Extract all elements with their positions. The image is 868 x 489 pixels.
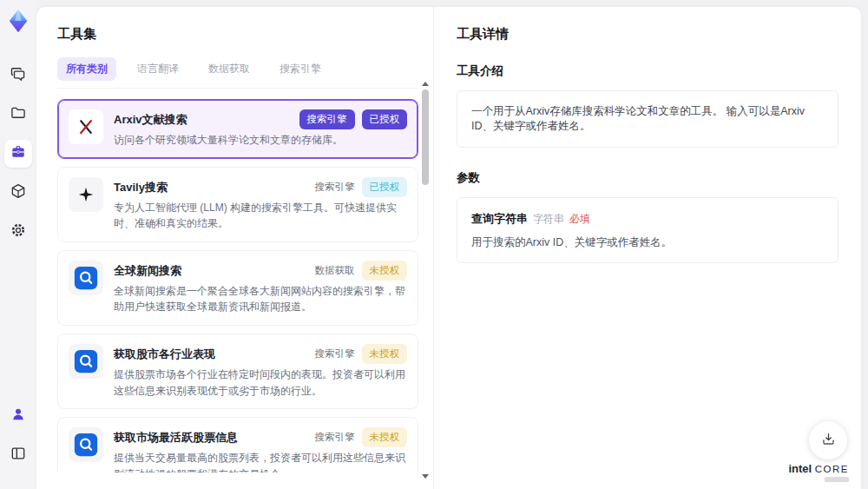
parameter-description: 用于搜索的Arxiv ID、关键字或作者姓名。	[471, 235, 824, 250]
params-heading: 参数	[457, 170, 838, 186]
news-search-icon	[69, 427, 103, 462]
download-icon	[820, 431, 837, 451]
download-button[interactable]	[809, 421, 847, 459]
tool-description: 专为人工智能代理 (LLM) 构建的搜索引擎工具。可快速提供实时、准确和真实的结…	[114, 200, 407, 232]
category-badge: 搜索引擎	[299, 109, 355, 129]
category-tab-3[interactable]: 搜索引擎	[271, 57, 330, 81]
sidebar-item-files[interactable]	[4, 101, 32, 129]
tool-card[interactable]: 全球新闻搜索 数据获取 未授权 全球新闻搜索是一个聚合全球各大新闻网站内容的搜索…	[57, 250, 418, 326]
category-badge: 搜索引擎	[315, 177, 355, 197]
parameter-name: 查询字符串	[471, 212, 528, 225]
sidebar-item-user[interactable]	[4, 402, 32, 430]
tool-title: Arxiv文献搜索	[114, 109, 293, 128]
settings-icon	[10, 221, 27, 242]
tool-description: 访问各个研究领域大量科学论文和文章的存储库。	[114, 132, 407, 149]
intro-heading: 工具介绍	[457, 63, 838, 79]
tool-list: Arxiv文献搜索 搜索引擎 已授权 访问各个研究领域大量科学论文和文章的存储库…	[57, 99, 418, 472]
parameter-item: 查询字符串字符串必填 用于搜索的Arxiv ID、关键字或作者姓名。	[457, 197, 838, 263]
tool-list-panel: 工具集 所有类别语言翻译数据获取搜索引擎 Arxiv文献搜索 搜索引擎 已授权 …	[36, 7, 434, 489]
auth-status-badge: 已授权	[362, 177, 408, 197]
brand-sub-mark	[825, 477, 849, 482]
sidebar-item-tools[interactable]	[4, 140, 32, 168]
app-logo-icon[interactable]	[5, 8, 31, 34]
tavily-icon	[69, 177, 103, 212]
tool-description: 提供当天交易量最高的股票列表，投资者可以利用这些信息来识别流动性强的股票和潜在的…	[114, 450, 407, 472]
news-search-icon	[69, 261, 103, 295]
app-rail	[0, 0, 36, 489]
scroll-down-icon[interactable]	[422, 474, 429, 479]
toolbox-icon	[10, 143, 27, 164]
tool-title: 全球新闻搜索	[114, 261, 308, 279]
intro-box: 一个用于从Arxiv存储库搜索科学论文和文章的工具。 输入可以是Arxiv ID…	[457, 90, 838, 148]
category-tab-2[interactable]: 数据获取	[200, 57, 259, 81]
tool-description: 提供股票市场各个行业在特定时间段内的表现。投资者可以利用这些信息来识别表现优于或…	[114, 367, 407, 399]
sidebar-item-chat[interactable]	[4, 62, 32, 89]
sidebar-item-packages[interactable]	[4, 179, 32, 207]
tool-title: Tavily搜索	[114, 177, 308, 195]
sidebar-item-settings[interactable]	[4, 218, 32, 246]
page-title: 工具集	[57, 26, 433, 43]
main-content: 工具集 所有类别语言翻译数据获取搜索引擎 Arxiv文献搜索 搜索引擎 已授权 …	[36, 7, 861, 489]
parameter-type: 字符串	[533, 213, 564, 225]
auth-status-badge: 未授权	[362, 427, 408, 447]
chat-icon	[10, 65, 27, 86]
tool-card[interactable]: 获取市场最活跃股票信息 搜索引擎 未授权 提供当天交易量最高的股票列表，投资者可…	[57, 417, 418, 472]
tool-title: 获取市场最活跃股票信息	[114, 427, 308, 446]
detail-title: 工具详情	[457, 26, 838, 43]
user-icon	[10, 406, 27, 426]
params-list: 查询字符串字符串必填 用于搜索的Arxiv ID、关键字或作者姓名。	[457, 197, 838, 263]
category-badge: 搜索引擎	[315, 427, 355, 447]
category-badge: 数据获取	[315, 261, 355, 281]
tool-description: 全球新闻搜索是一个聚合全球各大新闻网站内容的搜索引擎，帮助用户快速获取全球最新资…	[114, 283, 407, 315]
scrollbar-thumb[interactable]	[422, 89, 429, 185]
category-tab-1[interactable]: 语言翻译	[128, 57, 187, 81]
folder-icon	[10, 104, 27, 125]
category-tab-0[interactable]: 所有类别	[57, 57, 116, 81]
panel-toggle-icon	[10, 445, 27, 466]
scroll-up-icon[interactable]	[422, 82, 429, 86]
auth-status-badge: 已授权	[362, 109, 408, 129]
brand-core: core	[815, 464, 849, 474]
intel-core-logo: intel core	[788, 462, 849, 482]
tool-title: 获取股市各行业表现	[114, 344, 308, 362]
parameter-required-badge: 必填	[569, 213, 590, 225]
category-tabs: 所有类别语言翻译数据获取搜索引擎	[57, 57, 418, 89]
tool-list-scrollbar[interactable]	[420, 82, 431, 479]
news-search-icon	[69, 344, 103, 379]
arxiv-icon	[69, 109, 103, 144]
tool-card[interactable]: Arxiv文献搜索 搜索引擎 已授权 访问各个研究领域大量科学论文和文章的存储库…	[57, 99, 418, 159]
sidebar-item-collapse[interactable]	[4, 441, 32, 469]
package-icon	[10, 182, 27, 203]
auth-status-badge: 未授权	[362, 261, 408, 281]
tool-card[interactable]: Tavily搜索 搜索引擎 已授权 专为人工智能代理 (LLM) 构建的搜索引擎…	[57, 167, 418, 242]
auth-status-badge: 未授权	[362, 344, 408, 364]
brand-intel: intel	[788, 462, 812, 475]
tool-card[interactable]: 获取股市各行业表现 搜索引擎 未授权 提供股票市场各个行业在特定时间段内的表现。…	[57, 334, 418, 409]
tool-detail-panel: 工具详情 工具介绍 一个用于从Arxiv存储库搜索科学论文和文章的工具。 输入可…	[434, 7, 861, 489]
category-badge: 搜索引擎	[315, 344, 355, 364]
